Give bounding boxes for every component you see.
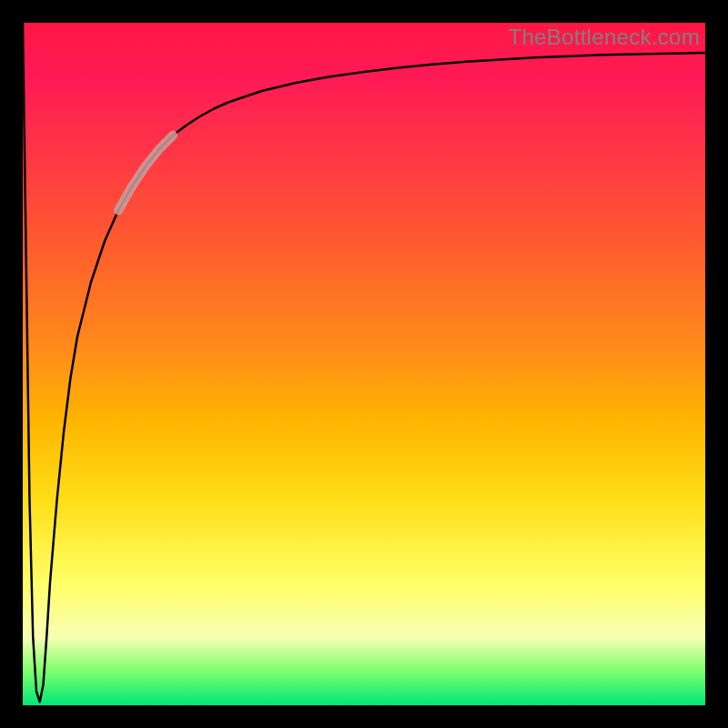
chart-frame: TheBottleneck.com bbox=[0, 0, 728, 728]
plot-area: TheBottleneck.com bbox=[23, 23, 705, 705]
watermark-text: TheBottleneck.com bbox=[508, 25, 700, 50]
highlighted-segment bbox=[118, 136, 173, 211]
bottleneck-curve bbox=[23, 23, 705, 702]
curve-layer bbox=[23, 23, 705, 705]
